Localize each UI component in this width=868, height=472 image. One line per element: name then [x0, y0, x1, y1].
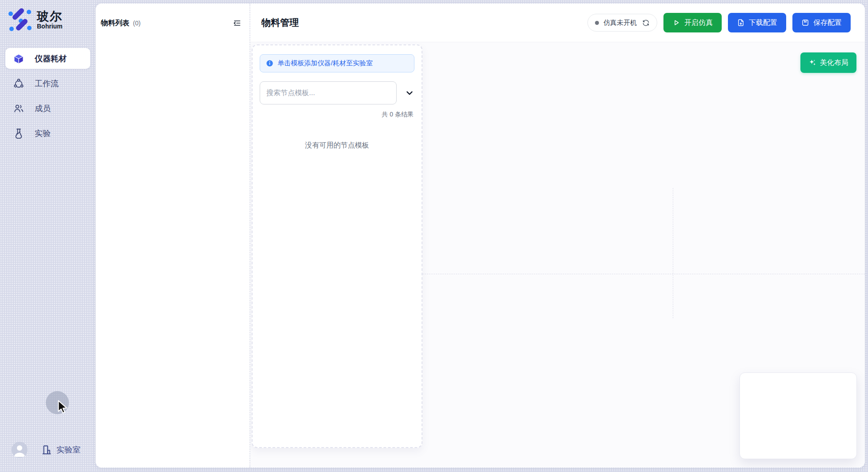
sidebar-item-instruments[interactable]: 仪器耗材: [5, 48, 90, 69]
canvas-area: 物料管理 仿真未开机: [250, 4, 865, 468]
sidebar-item-experiment[interactable]: 实验: [5, 123, 90, 144]
minimap[interactable]: [739, 372, 857, 459]
brand-name-zh: 玻尔: [37, 10, 63, 23]
sidebar-item-label: 仪器耗材: [35, 53, 67, 64]
save-config-label: 保存配置: [813, 18, 842, 28]
empty-template-text: 没有可用的节点模板: [260, 141, 414, 150]
brand-name-en: Bohrium: [37, 23, 63, 30]
node-template-panel: 单击模板添加仪器/耗材至实验室 共 0 条结果 没有可用的节点模板: [252, 44, 422, 448]
chevron-down-icon[interactable]: [405, 88, 414, 98]
building-icon: [41, 444, 52, 456]
template-search-row: [260, 81, 414, 104]
info-icon: [266, 60, 273, 67]
start-simulation-button[interactable]: 开启仿真: [663, 13, 722, 32]
save-icon: [801, 19, 809, 27]
header-actions: 仿真未开机 开启仿真: [587, 13, 851, 32]
save-config-button[interactable]: 保存配置: [792, 13, 851, 32]
canvas-guide-vertical: [673, 188, 673, 318]
sidebar-item-members[interactable]: 成员: [5, 98, 90, 119]
mouse-cursor: [57, 400, 70, 416]
download-config-button[interactable]: 下载配置: [728, 13, 786, 32]
beautify-layout-label: 美化布局: [820, 58, 848, 68]
bohrium-logo-icon: [8, 8, 32, 32]
result-count: 共 0 条结果: [260, 111, 414, 119]
sidebar-item-label: 工作流: [35, 78, 59, 89]
sidebar-footer: 实验室: [12, 442, 80, 458]
sidebar-item-label: 成员: [35, 103, 51, 114]
search-input[interactable]: [260, 81, 397, 104]
material-list-panel: 物料列表 (0): [96, 4, 250, 468]
material-list-header: 物料列表 (0): [96, 4, 249, 28]
lab-switcher[interactable]: 实验室: [41, 444, 80, 456]
page-title: 物料管理: [261, 16, 299, 29]
brand-name: 玻尔 Bohrium: [37, 10, 63, 30]
status-label: 仿真未开机: [603, 19, 637, 27]
template-hint-banner: 单击模板添加仪器/耗材至实验室: [260, 54, 414, 72]
cube-icon: [13, 53, 24, 64]
status-dot-icon: [595, 21, 599, 25]
sidebar-nav: 仪器耗材 工作流 成员: [5, 48, 90, 144]
sparkles-icon: [808, 59, 816, 67]
workflow-icon: [13, 78, 24, 89]
download-config-label: 下载配置: [749, 18, 777, 28]
simulation-status-pill: 仿真未开机: [587, 14, 657, 32]
members-icon: [13, 103, 24, 114]
material-list-count: (0): [133, 20, 141, 27]
lab-label: 实验室: [56, 444, 80, 455]
start-simulation-label: 开启仿真: [684, 18, 713, 28]
material-list-title: 物料列表: [101, 19, 129, 28]
brand-logo: 玻尔 Bohrium: [8, 8, 63, 32]
sidebar-item-workflow[interactable]: 工作流: [5, 73, 90, 94]
refresh-icon[interactable]: [642, 19, 650, 27]
sidebar-item-label: 实验: [35, 128, 51, 139]
play-icon: [672, 19, 680, 27]
user-avatar[interactable]: [12, 442, 28, 458]
content-card: 物料列表 (0) 物料管理 仿真未开机: [96, 4, 865, 468]
experiment-icon: [13, 128, 24, 139]
template-hint-text: 单击模板添加仪器/耗材至实验室: [277, 59, 373, 68]
file-download-icon: [737, 19, 745, 27]
collapse-panel-icon[interactable]: [232, 18, 242, 28]
beautify-layout-button[interactable]: 美化布局: [800, 52, 856, 73]
page-header: 物料管理 仿真未开机: [250, 4, 865, 42]
canvas-guide-horizontal: [422, 274, 865, 274]
